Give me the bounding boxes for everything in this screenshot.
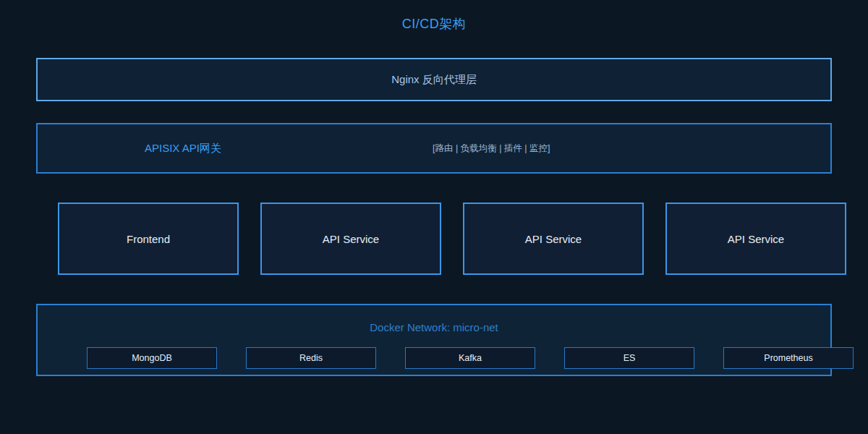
service-label: API Service	[728, 233, 784, 245]
service-label: API Service	[525, 233, 582, 245]
container-box-redis: Redis	[246, 347, 376, 369]
service-box-api-service-3: API Service	[665, 203, 846, 275]
service-box-api-service-2: API Service	[463, 203, 644, 275]
service-label: API Service	[323, 233, 379, 245]
apisix-gateway-layer-box: APISIX API网关 [路由 | 负载均衡 | 插件 | 监控]	[36, 123, 832, 174]
container-label: Prometheus	[764, 353, 812, 363]
diagram-title: CI/CD架构	[0, 15, 868, 33]
nginx-layer-label: Nginx 反向代理层	[391, 73, 477, 87]
service-box-frontend: Frontend	[58, 203, 239, 275]
container-label: Redis	[299, 353, 323, 363]
container-label: Kafka	[459, 353, 482, 363]
container-label: ES	[624, 353, 636, 363]
container-box-prometheus: Prometheus	[723, 347, 854, 369]
container-box-kafka: Kafka	[405, 347, 535, 369]
container-box-es: ES	[564, 347, 694, 369]
service-label: Frontend	[127, 233, 170, 245]
nginx-reverse-proxy-layer-box: Nginx 反向代理层	[36, 58, 832, 101]
docker-network-title: Docker Network: micro-net	[38, 321, 830, 333]
container-label: MongoDB	[132, 353, 172, 363]
architecture-diagram: CI/CD架构 Nginx 反向代理层 APISIX API网关 [路由 | 负…	[0, 0, 868, 434]
apisix-gateway-title: APISIX API网关	[145, 142, 221, 156]
service-box-api-service-1: API Service	[260, 203, 441, 275]
apisix-gateway-features: [路由 | 负载均衡 | 插件 | 监控]	[433, 142, 550, 155]
docker-network-box: Docker Network: micro-net MongoDB Redis …	[36, 304, 832, 376]
container-box-mongodb: MongoDB	[87, 347, 217, 369]
